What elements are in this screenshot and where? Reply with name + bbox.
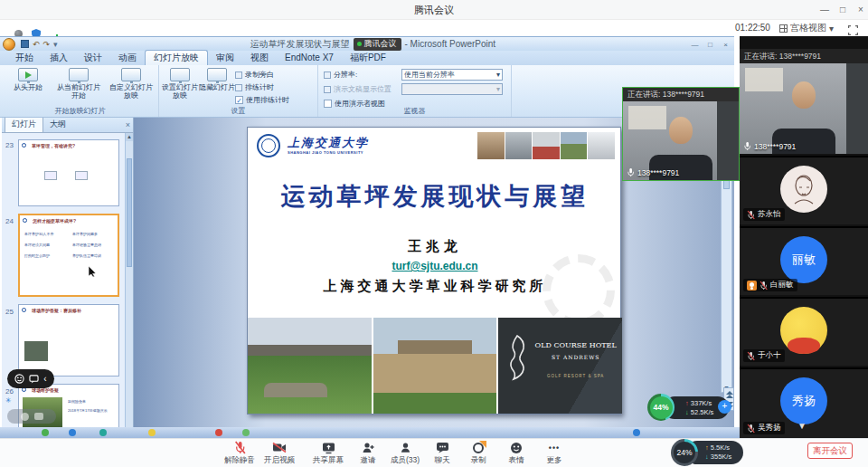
from-beginning-button[interactable]: 从头开始 — [4, 68, 52, 91]
members-button[interactable]: 成员(33) — [384, 441, 426, 466]
members-icon — [400, 442, 411, 454]
collapse-icon[interactable]: ‹ — [43, 374, 46, 384]
mic-muted-icon — [760, 281, 768, 291]
resolution-icon — [324, 71, 331, 79]
checkbox-checked-icon: ✓ — [235, 96, 243, 104]
speaking-banner: 正在讲话: 138****9791 — [623, 88, 739, 101]
email-link[interactable]: turf@sjtu.edu.cn — [248, 260, 622, 272]
panel-scrollbar[interactable]: ▲ — [125, 133, 133, 427]
hide-slide-button[interactable]: 隐藏幻灯片 — [199, 68, 235, 91]
sketch-portrait-icon — [790, 174, 817, 205]
scroll-more-participants-icon[interactable]: ▼ — [797, 421, 807, 431]
slide-thumbnail-25[interactable]: 球场养护答疑：赛后修补 — [18, 304, 119, 376]
more-button[interactable]: ••• 更多 — [533, 441, 575, 466]
slide-thumbnail-23[interactable]: 草坪管理，有啥讲究? — [18, 139, 119, 206]
undo-icon[interactable]: ↶ — [33, 38, 40, 51]
participant-tile[interactable]: 于小十 — [740, 297, 868, 366]
office-button[interactable] — [3, 38, 15, 51]
use-timings-checkbox[interactable]: ✓ 使用排练计时 — [235, 95, 313, 105]
tab-slideshow[interactable]: 幻灯片放映 — [145, 50, 208, 65]
invite-button[interactable]: 邀请 — [347, 441, 389, 466]
ppt-maximize-button[interactable]: □ — [703, 39, 717, 49]
record-narration-button[interactable]: 录制旁白 — [235, 70, 313, 80]
save-icon[interactable] — [21, 40, 29, 48]
participant-tile[interactable]: 苏永怡 — [740, 156, 868, 224]
reaction-quickbar[interactable]: ‹ — [7, 369, 54, 388]
taskbar-app-icon[interactable] — [42, 429, 49, 436]
setup-slideshow-button[interactable]: 设置幻灯片放映 — [161, 68, 199, 100]
slide-thumbnail-24[interactable]: 怎样才能使草坪成坪? 草坪养护30人不齐 草坪养护问题多 草坪经济大问题 草坪经… — [18, 214, 119, 297]
fullscreen-icon[interactable] — [848, 23, 858, 33]
tab-review[interactable]: 审阅 — [208, 51, 242, 65]
participant-tile[interactable]: 丽敏 白丽敏 — [740, 226, 868, 295]
mic-muted-icon — [234, 441, 246, 454]
taskbar-app-icon[interactable] — [99, 429, 107, 436]
redo-icon[interactable]: ↷ — [43, 38, 51, 51]
performance-percent: 24% — [674, 442, 695, 463]
performance-gauge[interactable]: 24% — [671, 439, 698, 466]
tab-slides[interactable]: 幻灯片 — [5, 118, 43, 132]
setup-icon — [170, 68, 190, 81]
start-video-button[interactable]: 开启视频 — [259, 441, 300, 466]
record-icon — [473, 443, 484, 453]
share-screen-button[interactable]: 共享屏幕 — [307, 441, 349, 466]
record-button[interactable]: 录制 — [458, 441, 499, 466]
tab-outline[interactable]: 大纲 — [43, 118, 72, 132]
ppt-app-name: - Microsoft PowerPoint — [405, 39, 496, 49]
taskbar-app-icon[interactable] — [633, 429, 640, 436]
tab-foxit-pdf[interactable]: 福昕PDF — [342, 51, 394, 65]
hotel-sign-photo: OLD COURSE HOTEL ST ANDREWS GOLF RESORT … — [498, 318, 622, 414]
mic-muted-icon — [747, 424, 755, 434]
view-switcher[interactable]: 宫格视图 ▾ — [779, 22, 834, 34]
ppt-close-button[interactable]: × — [719, 39, 732, 49]
participant-video-tile[interactable]: 138****9791 — [740, 63, 868, 154]
taskbar-app-icon[interactable] — [215, 429, 222, 436]
from-current-slide-button[interactable]: 从当前幻灯片开始 — [54, 68, 103, 100]
custom-slideshow-button[interactable]: 自定义幻灯片放映 — [107, 68, 156, 100]
download-arrow-icon: ↓ — [685, 408, 689, 416]
tab-view[interactable]: 视图 — [242, 51, 277, 65]
panel-close-icon[interactable]: × — [126, 120, 130, 129]
download-rate: 52.5K/s — [691, 408, 713, 416]
tab-insert[interactable]: 插入 — [42, 51, 76, 65]
upload-rate: 337K/s — [691, 399, 712, 407]
tab-endnote[interactable]: EndNote X7 — [277, 51, 342, 65]
reactions-button[interactable]: 表情 — [495, 441, 537, 466]
slideshow-current-icon — [69, 68, 89, 81]
share-screen-icon — [322, 442, 335, 454]
minimize-button[interactable]: — — [816, 3, 833, 16]
expand-stats-button[interactable]: + — [718, 400, 731, 414]
green-dot-icon — [357, 42, 362, 46]
thumb-logo-icon — [22, 143, 26, 148]
golf-course-photo — [248, 318, 372, 414]
taskbar-app-icon[interactable] — [242, 429, 250, 436]
rehearse-timings-button[interactable]: 排练计时 — [235, 82, 313, 92]
close-button[interactable]: × — [853, 3, 868, 16]
download-rate: 355K/s — [711, 453, 731, 461]
participant-name-label: 苏永怡 — [743, 208, 785, 221]
scroll-up-icon[interactable]: ▲ — [126, 133, 133, 141]
chat-icon[interactable] — [29, 375, 39, 384]
scrollbar-thumb[interactable] — [127, 158, 132, 267]
tab-home[interactable]: 开始 — [7, 51, 42, 65]
emoji-icon[interactable] — [14, 374, 24, 384]
speaker-video: 138****9791 — [623, 101, 739, 180]
faded-quickbar[interactable] — [7, 409, 56, 424]
view-switcher-label: 宫格视图 — [790, 22, 826, 34]
floating-speaker-window[interactable]: 正在讲话: 138****9791 138****9791 — [622, 87, 740, 181]
ppt-minimize-button[interactable]: — — [688, 39, 702, 49]
cpu-gauge[interactable]: 44% — [647, 394, 675, 421]
ppt-document-title: 运动草坪发展现状与展望 — [250, 38, 350, 51]
taskbar-app-icon[interactable] — [69, 429, 76, 436]
university-name-cn: 上海交通大学 — [288, 135, 369, 151]
taskbar-app-icon[interactable] — [148, 429, 156, 436]
resolution-select[interactable]: 使用当前分辨率 ▾ — [401, 69, 503, 81]
speaker-name-label: 138****9791 — [627, 167, 679, 177]
windows-taskbar — [0, 427, 740, 438]
unmute-button[interactable]: 解除静音 — [219, 441, 260, 466]
maximize-button[interactable]: □ — [835, 3, 851, 16]
download-arrow-icon: ↓ — [705, 453, 709, 461]
tab-design[interactable]: 设计 — [76, 51, 110, 65]
tab-animations[interactable]: 动画 — [110, 51, 145, 65]
leave-meeting-button[interactable]: 离开会议 — [807, 443, 853, 459]
